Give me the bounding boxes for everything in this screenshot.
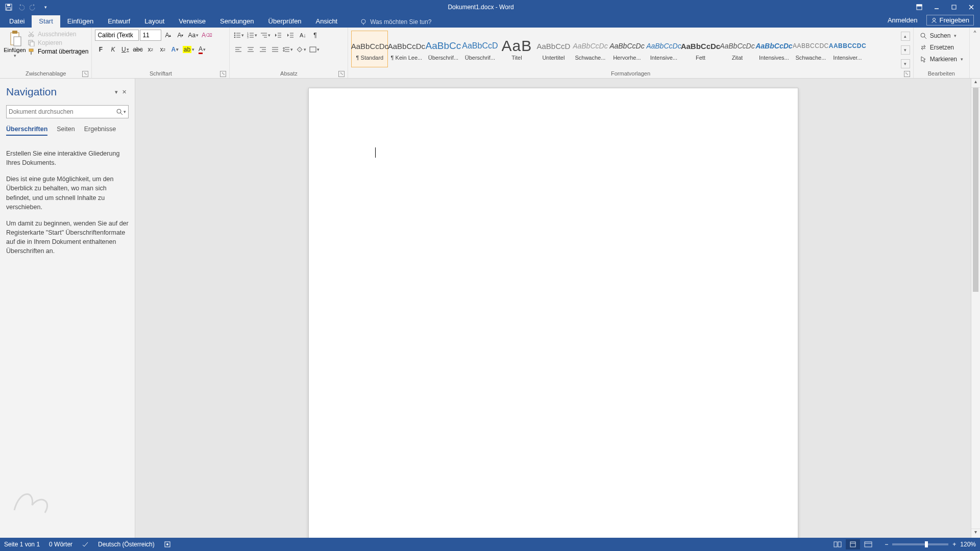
dialog-launcher-icon[interactable]: ⤡ bbox=[338, 71, 345, 77]
spellcheck-icon[interactable] bbox=[82, 541, 89, 548]
style-item[interactable]: AaBTitel bbox=[498, 31, 535, 67]
styles-row-up-icon[interactable]: ▴ bbox=[901, 32, 910, 41]
zoom-in-icon[interactable]: + bbox=[952, 541, 956, 548]
italic-button[interactable]: K bbox=[107, 44, 118, 55]
zoom-thumb[interactable] bbox=[925, 541, 928, 547]
nav-search-input[interactable] bbox=[9, 108, 116, 115]
tab-datei[interactable]: Datei bbox=[2, 15, 32, 28]
web-layout-icon[interactable] bbox=[861, 539, 875, 549]
bullets-button[interactable]: ▾ bbox=[233, 30, 245, 41]
select-button[interactable]: Markieren▾ bbox=[920, 54, 963, 64]
style-item[interactable]: AaBbCcDÜberschrif... bbox=[461, 31, 498, 67]
font-color-button[interactable]: A▾ bbox=[197, 44, 208, 55]
search-icon[interactable] bbox=[116, 108, 123, 115]
subscript-button[interactable]: x2 bbox=[145, 44, 156, 55]
tab-entwurf[interactable]: Entwurf bbox=[101, 15, 137, 28]
line-spacing-button[interactable]: ▾ bbox=[282, 44, 294, 55]
align-right-button[interactable] bbox=[257, 44, 268, 55]
tab-sendungen[interactable]: Sendungen bbox=[213, 15, 261, 28]
increase-indent-button[interactable] bbox=[285, 30, 296, 41]
underline-button[interactable]: U▾ bbox=[119, 44, 131, 55]
multilevel-list-button[interactable]: ▾ bbox=[259, 30, 272, 41]
nav-tab-pages[interactable]: Seiten bbox=[57, 126, 75, 136]
bold-button[interactable]: F bbox=[95, 44, 106, 55]
paste-button[interactable]: Einfügen ▾ bbox=[3, 30, 27, 58]
document-area[interactable] bbox=[135, 79, 971, 538]
macro-icon[interactable] bbox=[164, 541, 171, 548]
decrease-indent-button[interactable] bbox=[273, 30, 284, 41]
tab-einfuegen[interactable]: Einfügen bbox=[60, 15, 101, 28]
find-button[interactable]: Suchen▾ bbox=[920, 31, 963, 41]
status-page[interactable]: Seite 1 von 1 bbox=[4, 541, 40, 548]
align-center-button[interactable] bbox=[245, 44, 256, 55]
style-item[interactable]: AaBbCcDcIntensive... bbox=[645, 31, 682, 67]
style-item[interactable]: AaBbCcDcFett bbox=[682, 31, 719, 67]
text-effects-button[interactable]: A▾ bbox=[169, 44, 181, 55]
collapse-ribbon-icon[interactable]: ˄ bbox=[970, 28, 980, 78]
style-item[interactable]: AaBbCcDcHervorhe... bbox=[608, 31, 645, 67]
dialog-launcher-icon[interactable]: ⤡ bbox=[904, 71, 910, 77]
grow-font-button[interactable]: A▴ bbox=[162, 30, 174, 41]
print-layout-icon[interactable] bbox=[846, 539, 860, 549]
style-item[interactable]: AABBCCDCIntensiver... bbox=[829, 31, 866, 67]
save-icon[interactable] bbox=[3, 2, 14, 13]
dialog-launcher-icon[interactable]: ⤡ bbox=[220, 71, 226, 77]
nav-close-icon[interactable]: ✕ bbox=[120, 89, 129, 95]
status-language[interactable]: Deutsch (Österreich) bbox=[98, 541, 155, 548]
redo-icon[interactable] bbox=[28, 2, 39, 13]
style-item[interactable]: AaBbCcDcSchwache... bbox=[572, 31, 608, 67]
style-item[interactable]: AaBbCcDUntertitel bbox=[535, 31, 572, 67]
shrink-font-button[interactable]: A▾ bbox=[175, 30, 186, 41]
status-words[interactable]: 0 Wörter bbox=[49, 541, 72, 548]
justify-button[interactable] bbox=[270, 44, 281, 55]
scroll-down-icon[interactable]: ▾ bbox=[971, 529, 980, 538]
ribbon-display-icon[interactable] bbox=[911, 0, 928, 14]
tab-ansicht[interactable]: Ansicht bbox=[309, 15, 345, 28]
nav-tab-headings[interactable]: Überschriften bbox=[6, 126, 47, 136]
show-marks-button[interactable]: ¶ bbox=[309, 30, 321, 41]
style-item[interactable]: AaBbCcDc¶ Standard bbox=[351, 31, 388, 67]
highlight-button[interactable]: ab▾ bbox=[182, 44, 195, 55]
tell-me[interactable]: Was möchten Sie tun? bbox=[360, 18, 431, 28]
borders-button[interactable]: ▾ bbox=[308, 44, 321, 55]
change-case-button[interactable]: Aa▾ bbox=[187, 30, 200, 41]
sign-in-button[interactable]: Anmelden bbox=[888, 16, 918, 24]
chevron-down-icon[interactable]: ▾ bbox=[123, 109, 126, 114]
tab-start[interactable]: Start bbox=[32, 15, 60, 28]
font-name-input[interactable] bbox=[95, 30, 139, 41]
close-icon[interactable] bbox=[963, 0, 980, 14]
share-button[interactable]: Freigeben bbox=[926, 15, 974, 26]
nav-dropdown-icon[interactable]: ▾ bbox=[113, 89, 120, 95]
font-size-input[interactable] bbox=[140, 30, 161, 41]
styles-more-icon[interactable]: ▾ bbox=[901, 59, 910, 68]
cut-button[interactable]: Ausschneiden bbox=[28, 31, 88, 38]
undo-icon[interactable] bbox=[15, 2, 27, 13]
copy-button[interactable]: Kopieren bbox=[28, 39, 88, 46]
superscript-button[interactable]: x2 bbox=[157, 44, 168, 55]
maximize-icon[interactable] bbox=[945, 0, 963, 14]
numbering-button[interactable]: 123▾ bbox=[246, 30, 258, 41]
style-item[interactable]: AaBbCcDcZitat bbox=[719, 31, 755, 67]
qat-customize-icon[interactable]: ▾ bbox=[40, 2, 51, 13]
nav-search[interactable]: ▾ bbox=[6, 105, 129, 118]
zoom-level[interactable]: 120% bbox=[960, 541, 976, 548]
style-item[interactable]: AaBbCcDc¶ Kein Lee... bbox=[388, 31, 425, 67]
replace-button[interactable]: Ersetzen bbox=[920, 42, 963, 53]
align-left-button[interactable] bbox=[233, 44, 244, 55]
vertical-scrollbar[interactable]: ▴ ▾ bbox=[971, 79, 980, 538]
sort-button[interactable]: A↓ bbox=[297, 30, 308, 41]
zoom-out-icon[interactable]: − bbox=[885, 541, 888, 548]
dialog-launcher-icon[interactable]: ⤡ bbox=[82, 71, 88, 77]
minimize-icon[interactable] bbox=[928, 0, 945, 14]
scroll-up-icon[interactable]: ▴ bbox=[971, 79, 980, 88]
style-item[interactable]: AaBbCcÜberschrif... bbox=[425, 31, 461, 67]
tab-ueberpruefen[interactable]: Überprüfen bbox=[261, 15, 309, 28]
strikethrough-button[interactable]: abc bbox=[132, 44, 143, 55]
tab-verweise[interactable]: Verweise bbox=[172, 15, 213, 28]
read-mode-icon[interactable] bbox=[830, 539, 845, 549]
scroll-thumb[interactable] bbox=[973, 88, 978, 292]
format-painter-button[interactable]: Format übertragen bbox=[28, 48, 88, 55]
style-item[interactable]: AaBbCcDcIntensives... bbox=[755, 31, 792, 67]
tab-layout[interactable]: Layout bbox=[137, 15, 172, 28]
page[interactable] bbox=[308, 88, 798, 538]
